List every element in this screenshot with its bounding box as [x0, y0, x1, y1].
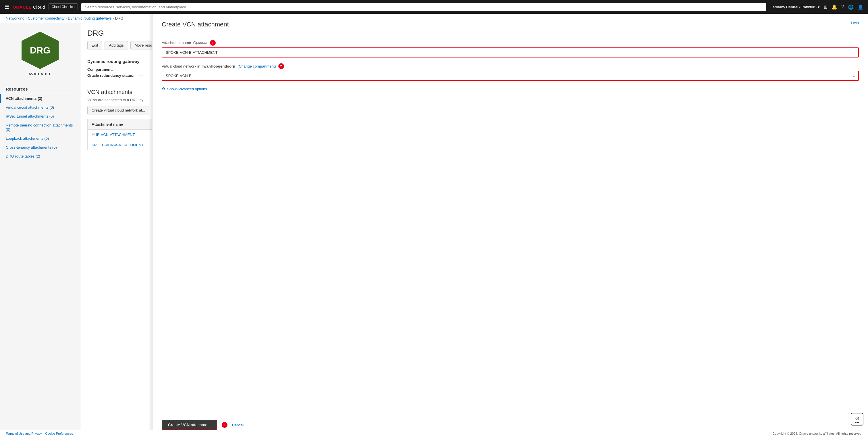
create-vcn-attachment-panel: Create VCN attachment Help Attachment na…	[152, 14, 868, 435]
step-3-badge: 3	[222, 422, 227, 428]
sidebar-item-remote-peering-attachments[interactable]: Remote peering connection attachments (0…	[0, 121, 80, 134]
help-icon[interactable]: ?	[841, 4, 844, 9]
change-compartment-link[interactable]: (Change compartment)	[238, 64, 276, 68]
terms-link[interactable]: Terms of Use and Privacy	[6, 432, 42, 435]
step-1-badge: 1	[210, 40, 216, 46]
cancel-link[interactable]: Cancel	[232, 423, 244, 427]
left-sidebar: DRG AVAILABLE Resources VCN attachments …	[0, 23, 81, 435]
footer-left: Terms of Use and Privacy Cookie Preferen…	[6, 432, 73, 435]
panel-header: Create VCN attachment Help	[153, 14, 868, 33]
drg-logo-area: DRG AVAILABLE	[0, 23, 80, 82]
user-icon[interactable]: 👤	[858, 4, 863, 10]
help-widget-dots	[855, 422, 859, 423]
attachment-name-input[interactable]	[162, 48, 859, 58]
bottom-footer: Terms of Use and Privacy Cookie Preferen…	[0, 430, 868, 435]
spoke-vcn-a-attachment-link[interactable]: SPOKE-VCN-A-ATTACHMENT	[92, 143, 144, 147]
edit-button[interactable]: Edit	[87, 41, 102, 50]
help-widget-icon: ⊙	[855, 415, 859, 421]
cookie-link[interactable]: Cookie Preferences	[45, 432, 73, 435]
sidebar-item-virtual-circuit-attachments[interactable]: Virtual circuit attachments (0)	[0, 103, 80, 112]
oracle-redundancy-value: —	[139, 73, 143, 78]
oracle-redundancy-label: Oracle redundancy status:	[87, 73, 134, 78]
breadcrumb-sep-3: ›	[113, 17, 114, 20]
sidebar-item-vcn-attachments[interactable]: VCN attachments (2)	[0, 94, 80, 103]
nav-right: Germany Central (Frankfurt) ▾ ⊞ 🔔 ? 🌐 👤	[770, 4, 863, 10]
drg-hexagon-text: DRG	[30, 45, 50, 56]
show-advanced-options-link[interactable]: ⚙ Show Advanced options	[162, 87, 207, 91]
sidebar-item-ipsec-tunnel-attachments[interactable]: IPSec tunnel attachments (0)	[0, 112, 80, 121]
vcn-select-wrapper: SPOKE-VCN-B ⌄	[162, 71, 859, 81]
copyright-text: Copyright © 2024, Oracle and/or its affi…	[773, 432, 862, 435]
search-input[interactable]	[81, 3, 766, 11]
help-link[interactable]: Help	[851, 21, 859, 25]
bell-icon[interactable]: 🔔	[832, 4, 837, 10]
compartment-label: Compartment:	[87, 67, 133, 71]
step-2-badge: 2	[278, 63, 284, 69]
hub-vcn-attachment-link[interactable]: HUB-VCN-ATTACHMENT	[92, 133, 135, 137]
drg-status-badge: AVAILABLE	[28, 72, 52, 76]
create-vcn-attachment-button[interactable]: Create virtual cloud network at...	[87, 106, 149, 114]
dot-3	[858, 422, 859, 423]
breadcrumb-sep-1: ›	[26, 17, 27, 20]
attachment-name-group: Attachment name Optional 1	[162, 40, 859, 58]
help-widget[interactable]: ⊙	[851, 413, 863, 426]
vcn-label-prefix: Virtual cloud network in IwanHoogendoorn	[162, 64, 235, 68]
panel-body: Attachment name Optional 1 Virtual cloud…	[153, 33, 868, 415]
breadcrumb-sep-2: ›	[66, 17, 67, 20]
hamburger-icon[interactable]: ☰	[5, 4, 9, 10]
oracle-logo: ORACLE Cloud	[13, 5, 45, 9]
sliders-icon: ⚙	[162, 87, 165, 91]
vcn-label-row: Virtual cloud network in IwanHoogendoorn…	[162, 63, 859, 69]
console-icon[interactable]: ⊞	[824, 4, 828, 10]
top-navigation: ☰ ORACLE Cloud Cloud Classic › Germany C…	[0, 0, 868, 14]
breadcrumb-dynamic-routing-gateways[interactable]: Dynamic routing gateways	[68, 16, 112, 21]
cloud-classic-button[interactable]: Cloud Classic ›	[49, 3, 78, 10]
drg-hexagon: DRG	[22, 32, 59, 69]
panel-title: Create VCN attachment	[162, 21, 229, 28]
breadcrumb-customer-connectivity[interactable]: Customer connectivity	[28, 16, 65, 21]
breadcrumb-drg: DRG	[115, 16, 123, 21]
dot-1	[855, 422, 856, 423]
resources-section-title: Resources	[0, 82, 80, 94]
attachment-name-label: Attachment name Optional 1	[162, 40, 859, 46]
create-vcn-attachment-submit-button[interactable]: Create VCN attachment	[162, 420, 217, 430]
region-selector[interactable]: Germany Central (Frankfurt) ▾	[770, 5, 820, 9]
vcn-group: Virtual cloud network in IwanHoogendoorn…	[162, 63, 859, 81]
sidebar-item-drg-route-tables[interactable]: DRG route tables (2)	[0, 152, 80, 161]
sidebar-item-loopback-attachments[interactable]: Loopback attachments (0)	[0, 134, 80, 143]
dot-2	[857, 422, 858, 423]
globe-icon[interactable]: 🌐	[848, 4, 854, 10]
sidebar-item-cross-tenancy-attachments[interactable]: Cross-tenancy attachments (0)	[0, 143, 80, 152]
vcn-select[interactable]: SPOKE-VCN-B	[162, 71, 859, 81]
add-tags-button[interactable]: Add tags	[104, 41, 128, 50]
breadcrumb-networking[interactable]: Networking	[6, 16, 24, 21]
